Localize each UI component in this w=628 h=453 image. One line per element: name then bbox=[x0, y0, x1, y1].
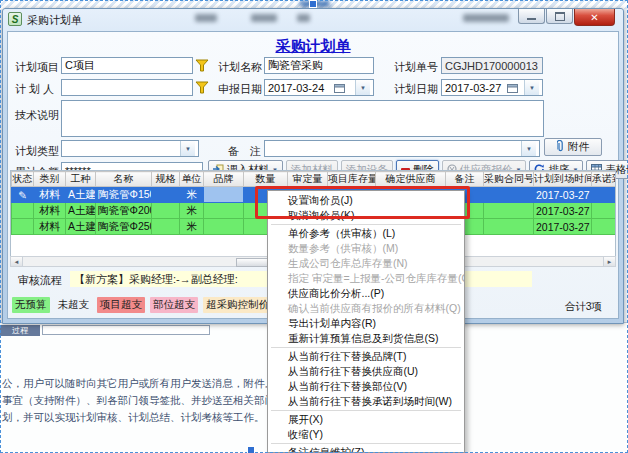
cell-worktype[interactable]: A土建 bbox=[66, 219, 96, 235]
column-header[interactable]: 规格 bbox=[152, 172, 180, 187]
cell-promise[interactable] bbox=[592, 219, 617, 235]
remark-combo[interactable]: ▼ bbox=[264, 140, 540, 157]
cell-status[interactable] bbox=[12, 203, 34, 219]
minimize-button[interactable] bbox=[518, 9, 545, 24]
close-button[interactable]: ✕ bbox=[574, 9, 615, 26]
plan-date-label: 计划日期 bbox=[394, 82, 438, 97]
scroll-right-arrow[interactable]: ► bbox=[603, 257, 615, 266]
scroll-left-arrow[interactable]: ◄ bbox=[11, 257, 23, 266]
app-icon: S bbox=[8, 12, 22, 26]
menu-item-cancel-inquirer[interactable]: 取消询价员(K) bbox=[268, 208, 464, 223]
menu-item-replace-promise-time-down[interactable]: 从当前行往下替换承诺到场时间(W) bbox=[268, 394, 464, 409]
menu-item-set-inquirer[interactable]: 设置询价员(J) bbox=[268, 193, 464, 208]
cell-promise[interactable] bbox=[592, 187, 617, 203]
cell-contract[interactable] bbox=[484, 203, 534, 219]
cell-unit[interactable]: 米 bbox=[180, 187, 204, 203]
column-header[interactable]: 计划到场时间 bbox=[534, 172, 592, 187]
filter-clear-icon[interactable] bbox=[195, 58, 210, 71]
flow-label: 审核流程 bbox=[18, 273, 62, 288]
tech-note-textarea[interactable] bbox=[61, 100, 544, 137]
column-header[interactable]: 品牌 bbox=[204, 172, 244, 187]
menu-separator bbox=[271, 224, 461, 225]
cell-contract[interactable] bbox=[484, 219, 534, 235]
cell-unit[interactable]: 米 bbox=[180, 219, 204, 235]
menu-separator bbox=[271, 410, 461, 411]
cell-category[interactable]: 材料 bbox=[34, 219, 66, 235]
column-header[interactable]: 名称 bbox=[96, 172, 152, 187]
plan-date-input[interactable]: 2017-03-27 ▼ bbox=[441, 79, 543, 96]
declare-date-input[interactable]: 2017-03-24 ▼ bbox=[264, 79, 374, 96]
planner-label: 计 划 人 bbox=[15, 82, 54, 97]
cell-spec[interactable] bbox=[152, 219, 180, 235]
cell-promise[interactable] bbox=[592, 203, 617, 219]
menu-item-expand[interactable]: 展开(X) bbox=[268, 412, 464, 427]
window-title: 采购计划单 bbox=[27, 13, 82, 28]
column-header[interactable]: 项目库存量 bbox=[328, 172, 376, 187]
menu-separator bbox=[271, 347, 461, 348]
planner-input[interactable] bbox=[61, 79, 193, 96]
menu-item-assign-approved-qty: 指定 审定量=上报量-公司仓库库存量(O) bbox=[268, 271, 464, 286]
chevron-down-icon[interactable]: ▼ bbox=[521, 141, 536, 156]
column-header[interactable]: 状态 bbox=[12, 172, 34, 187]
column-header[interactable]: 类别 bbox=[34, 172, 66, 187]
plan-project-input[interactable]: C项目 bbox=[61, 57, 193, 74]
menu-separator bbox=[271, 443, 461, 444]
minimize-icon bbox=[527, 18, 536, 20]
cell-spec[interactable] bbox=[152, 187, 180, 203]
cell-status[interactable] bbox=[12, 219, 34, 235]
menu-item-replace-part-down[interactable]: 从当前行往下替换部位(V) bbox=[268, 379, 464, 394]
plan-name-label: 计划名称 bbox=[218, 60, 262, 75]
menu-item-unit-price-ref[interactable]: 单价参考（供审核）(L) bbox=[268, 226, 464, 241]
cell-worktype[interactable]: A土建 bbox=[66, 203, 96, 219]
legend-no-budget: 无预算 bbox=[12, 297, 50, 313]
chevron-down-icon[interactable]: ▼ bbox=[355, 80, 370, 95]
column-header[interactable]: 确定供应商 bbox=[376, 172, 446, 187]
background-field bbox=[42, 325, 210, 335]
cell-contract[interactable] bbox=[484, 187, 534, 203]
menu-item-recalc-budget[interactable]: 重新计算预算信息及到货信息(S) bbox=[268, 331, 464, 346]
cell-name[interactable]: 陶瓷管Φ200 bbox=[96, 203, 152, 219]
cell-spec[interactable] bbox=[152, 203, 180, 219]
column-header[interactable]: 审定量 bbox=[288, 172, 328, 187]
chevron-down-icon[interactable]: ▼ bbox=[180, 141, 195, 156]
blurred-text bbox=[297, 14, 310, 22]
column-header[interactable]: 备注 bbox=[446, 172, 484, 187]
cell-brand[interactable] bbox=[204, 219, 244, 235]
cell-name[interactable]: 陶瓷管Φ150 bbox=[96, 187, 152, 203]
attachment-label: 附件 bbox=[568, 140, 589, 154]
column-header[interactable]: 采购合同号 bbox=[484, 172, 534, 187]
attachment-button[interactable]: 附件 bbox=[544, 138, 602, 156]
menu-item-confirm-quoted-materials: 确认当前供应商有报价的所有材料(Q) bbox=[268, 301, 464, 316]
plan-name-input[interactable]: 陶瓷管采购 bbox=[264, 57, 374, 74]
background-tab: 过程 bbox=[0, 325, 40, 336]
cell-brand[interactable] bbox=[204, 203, 244, 219]
chevron-down-icon[interactable]: ▼ bbox=[524, 80, 539, 95]
menu-item-supplier-price-analysis[interactable]: 供应商比价分析...(P) bbox=[268, 286, 464, 301]
cell-name[interactable]: 陶瓷管Φ250 bbox=[96, 219, 152, 235]
column-header[interactable]: 单位 bbox=[180, 172, 204, 187]
calendar-icon bbox=[507, 83, 518, 93]
column-header[interactable]: 承诺到 bbox=[592, 172, 617, 187]
cell-unit[interactable]: 米 bbox=[180, 203, 204, 219]
menu-item-replace-brand-down[interactable]: 从当前行往下替换品牌(T) bbox=[268, 349, 464, 364]
cell-arrival[interactable]: 2017-03-27 bbox=[534, 203, 592, 219]
cell-brand-active[interactable] bbox=[204, 187, 244, 203]
maximize-button[interactable] bbox=[546, 9, 573, 24]
cell-arrival[interactable]: 2017-03-27 bbox=[534, 187, 592, 203]
declare-date-label: 申报日期 bbox=[218, 82, 262, 97]
filter-clear-icon[interactable] bbox=[195, 80, 210, 93]
menu-item-replace-supplier-down[interactable]: 从当前行往下替换供应商(U) bbox=[268, 364, 464, 379]
cell-arrival[interactable]: 2017-03-27 bbox=[534, 219, 592, 235]
plan-project-label: 计划项目 bbox=[15, 60, 59, 75]
remark-label: 备 注 bbox=[228, 144, 261, 159]
column-header[interactable]: 数量 bbox=[244, 172, 288, 187]
cell-category[interactable]: 材料 bbox=[34, 187, 66, 203]
cell-worktype[interactable]: A土建 bbox=[66, 187, 96, 203]
plan-type-select[interactable]: ▼ bbox=[61, 140, 199, 157]
cell-category[interactable]: 材料 bbox=[34, 203, 66, 219]
column-header[interactable]: 工种 bbox=[66, 172, 96, 187]
page-title: 采购计划单 bbox=[8, 37, 618, 56]
menu-item-remark-maintain[interactable]: 备注信息维护(Z) bbox=[268, 445, 464, 453]
menu-item-export-plan[interactable]: 导出计划单内容(R) bbox=[268, 316, 464, 331]
menu-item-collapse[interactable]: 收缩(Y) bbox=[268, 427, 464, 442]
